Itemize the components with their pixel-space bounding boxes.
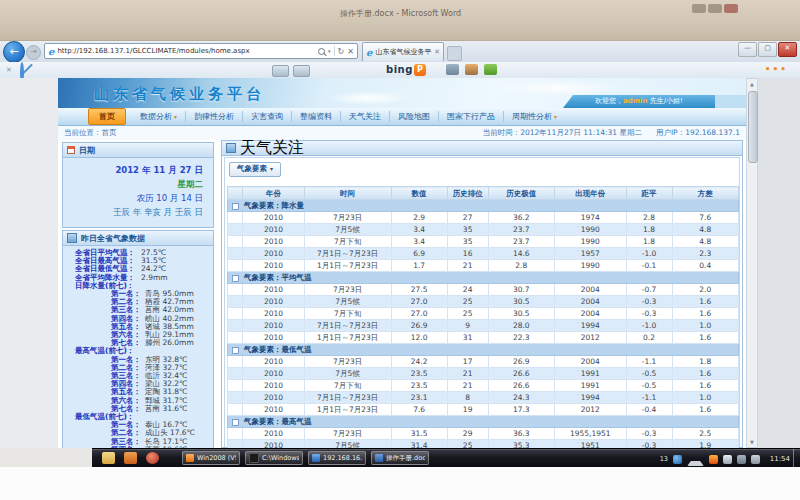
column-header-6: 距平 — [626, 187, 672, 200]
camera-icon[interactable] — [446, 64, 459, 75]
group-header-row[interactable]: 气象要素：降水量 — [228, 200, 739, 212]
column-header-3: 历史排位 — [447, 187, 488, 200]
nav-item-1[interactable]: 数据分析▾ — [132, 111, 186, 122]
nav-item-2[interactable]: 韵律性分析 — [186, 111, 243, 122]
table-row: 20107月5候3.43523.719901.84.8 — [228, 224, 739, 236]
nav-item-label: 周期性分析 — [512, 111, 552, 122]
weather-focus-body: 气象要素▾ 年份时间数值历史排位历史极值出现年份距平方差 气象要素：降水量201… — [224, 157, 740, 447]
web-page: 山东省气候业务平台 欢迎您，admin 先生/小姐! 首页数据分析▾韵律性分析灾… — [58, 78, 746, 448]
volume-icon[interactable] — [751, 455, 760, 464]
show-desktop-button[interactable] — [793, 449, 800, 468]
current-time: 当前时间：2012年11月27日 11:14:31 星期二 — [483, 128, 642, 138]
flame-tray-icon[interactable] — [709, 455, 718, 464]
taskbar-clock[interactable]: 11:54 — [770, 455, 790, 463]
url-text[interactable]: http://192.168.137.1/GLCCLIMATE/modules/… — [57, 47, 318, 55]
mail-icons[interactable] — [272, 65, 310, 77]
calendar-icon — [67, 146, 75, 154]
search-dropdown-icon[interactable]: ▾ — [328, 48, 331, 54]
column-header-1: 时间 — [304, 187, 391, 200]
page-margin-right — [758, 78, 800, 448]
main-nav: 首页数据分析▾韵律性分析灾害查询整编资料天气关注风险地图国家下行产品周期性分析▾ — [58, 108, 746, 126]
pinned-app-icon[interactable] — [124, 452, 137, 464]
table-row: 20101月1日～7月23日7.61917.32012-0.41.6 — [228, 404, 739, 416]
group-header-row[interactable]: 气象要素：平均气温 — [228, 272, 739, 284]
scroll-up-icon[interactable]: ▲ — [748, 81, 756, 87]
nav-item-6[interactable]: 风险地图 — [390, 111, 439, 122]
taskbar-task-0[interactable]: Win2008 (VS2... — [182, 451, 240, 465]
action-center-icon[interactable] — [723, 455, 732, 464]
display-tray-icon[interactable] — [737, 455, 746, 464]
nav-item-4[interactable]: 整编资料 — [292, 111, 341, 122]
user-ip: 用户IP：192.168.137.1 — [656, 128, 740, 138]
yesterday-weather-panel: 昨日全省气象数据 全省日平均气温：27.5℃全省日最高气温：31.5℃全省日最低… — [62, 230, 214, 448]
nav-item-7[interactable]: 国家下行产品 — [439, 111, 504, 122]
tab-close-icon[interactable]: ✕ — [434, 48, 440, 56]
word-window-controls[interactable] — [692, 4, 738, 13]
table-row: 20107月5候31.42535.31951-0.31.9 — [228, 440, 739, 449]
address-bar[interactable]: e http://192.168.137.1/GLCCLIMATE/module… — [44, 43, 358, 59]
chevron-down-icon: ▾ — [174, 113, 177, 120]
column-header-4: 历史极值 — [488, 187, 554, 200]
puzzle-icon[interactable] — [484, 64, 497, 75]
hidden-icons-arrow[interactable] — [687, 452, 704, 466]
group-header-row[interactable]: 气象要素：最低气温 — [228, 344, 739, 356]
media-player-icon[interactable] — [146, 452, 159, 464]
status-bar: 当前位置：首页 当前时间：2012年11月27日 11:14:31 星期二 用户… — [58, 126, 746, 140]
word-window-edge — [0, 28, 800, 40]
tab-favicon: e — [366, 47, 372, 58]
table-header-row: 年份时间数值历史排位历史极值出现年份距平方差 — [228, 187, 739, 200]
maximize-button[interactable]: ▢ — [758, 42, 777, 57]
minimize-button[interactable]: — — [738, 42, 757, 57]
chevron-down-icon: ▾ — [270, 165, 273, 172]
taskbar-task-3[interactable]: 操作手册.docx ... — [371, 451, 429, 465]
table-row: 20101月1日～7月23日12.03122.320120.21.6 — [228, 332, 739, 344]
network-globe-icon[interactable] — [673, 455, 682, 464]
forward-button[interactable]: → — [26, 45, 41, 60]
table-row: 20107月23日27.52430.72004-0.72.0 — [228, 284, 739, 296]
task-label: C:\Windows\s... — [262, 454, 299, 462]
nav-item-label: 数据分析 — [140, 111, 172, 122]
system-tray: 13 — [660, 452, 760, 466]
table-row: 20107月5候23.52126.61991-0.51.6 — [228, 368, 739, 380]
taskbar-task-2[interactable]: 192.168.16.99... — [308, 451, 366, 465]
new-tab-button[interactable] — [447, 46, 462, 61]
nav-item-8[interactable]: 周期性分析▾ — [504, 111, 565, 122]
task-label: 192.168.16.99... — [323, 454, 362, 462]
tray-badge: 13 — [660, 455, 668, 463]
person-icon[interactable] — [465, 64, 478, 75]
page-margin-left — [0, 78, 58, 448]
refresh-icon[interactable]: ↻ — [338, 47, 345, 56]
search-icon[interactable] — [318, 48, 325, 55]
table-row: 20107月下旬3.43523.719901.84.8 — [228, 236, 739, 248]
taskbar-task-1[interactable]: C:\Windows\s... — [245, 451, 303, 465]
stop-icon[interactable]: ✕ — [347, 47, 354, 56]
back-button[interactable]: ← — [3, 41, 25, 63]
explorer-icon[interactable] — [102, 452, 115, 464]
scrollbar-thumb[interactable] — [748, 91, 758, 163]
nav-item-3[interactable]: 灾害查询 — [243, 111, 292, 122]
close-pane-icon[interactable]: ✕ — [6, 66, 12, 74]
nav-item-0[interactable]: 首页 — [88, 108, 126, 125]
bing-logo[interactable]: bing — [386, 64, 413, 75]
column-header-2: 数值 — [391, 187, 447, 200]
page-scrollbar[interactable]: ▲ ▼ — [746, 78, 758, 448]
lunar-date: 农历 10 月 14 日 — [63, 191, 203, 205]
orange-app-icon[interactable]: P — [414, 64, 426, 76]
ti-word-icon — [375, 454, 383, 462]
nav-item-5[interactable]: 天气关注 — [341, 111, 390, 122]
element-dropdown-button[interactable]: 气象要素▾ — [229, 162, 281, 177]
close-button[interactable]: ✕ — [778, 42, 797, 57]
more-toolbar-icon[interactable]: ••• — [765, 64, 788, 74]
table-row: 20107月23日24.21726.92004-1.11.8 — [228, 356, 739, 368]
date-panel-body: 2012 年 11 月 27 日 星期二 农历 10 月 14 日 壬辰 年 辛… — [63, 158, 213, 219]
window-controls[interactable]: — ▢ ✕ — [738, 42, 797, 57]
table-row: 20107月5候27.02530.52004-0.31.6 — [228, 296, 739, 308]
scroll-down-icon[interactable]: ▼ — [748, 439, 756, 445]
group-header-row[interactable]: 气象要素：最高气温 — [228, 416, 739, 428]
table-row: 20107月1日～7月23日6.91614.61957-1.02.3 — [228, 248, 739, 260]
address-bar-icons: ▾ ↻ ✕ — [318, 46, 354, 56]
panel-icon — [226, 143, 236, 153]
toolbar-addon-icons[interactable] — [446, 64, 497, 75]
table-row: 20107月下旬23.52126.61991-0.51.6 — [228, 380, 739, 392]
browser-tab[interactable]: e 山东省气候业务平... ✕ — [362, 42, 444, 61]
